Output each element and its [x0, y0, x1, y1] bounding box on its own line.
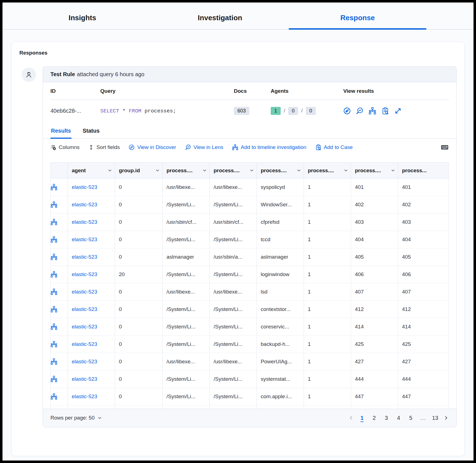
discover-icon[interactable] [343, 107, 351, 115]
chevron-down-icon [250, 168, 254, 173]
grid-cell: com.apple.i... [257, 388, 304, 405]
grid-cell: 425 [398, 336, 449, 353]
page-button-2[interactable]: 2 [369, 414, 379, 422]
results-tab-bar: Results Status [43, 122, 456, 139]
agent-link[interactable]: elastic-523 [72, 236, 97, 242]
grid-cell: 425 [351, 336, 398, 353]
column-header-3[interactable]: process.... [210, 163, 257, 179]
tab-investigation[interactable]: Investigation [151, 2, 289, 29]
view-in-lens-button[interactable]: View in Lens [185, 144, 223, 150]
grid-header-row: agent group.id process.... process.... p… [51, 163, 449, 179]
agent-link[interactable]: elastic-523 [72, 306, 97, 312]
agent-link[interactable]: elastic-523 [72, 359, 97, 364]
tab-insights[interactable]: Insights [14, 2, 151, 29]
grid-cell: aslmanager [163, 248, 210, 266]
column-header-2[interactable]: process.... [163, 163, 210, 179]
agent-link[interactable]: elastic-523 [72, 202, 97, 207]
table-row: elastic-52320/System/Li.../System/Li...l… [51, 266, 449, 283]
analyze-event-icon[interactable] [51, 336, 68, 353]
grid-cell: 0 [115, 231, 163, 248]
agent-link[interactable]: elastic-523 [72, 393, 97, 399]
page-button-5[interactable]: 5 [406, 414, 416, 422]
sql-query: SELECT * FROM processes; [100, 108, 176, 114]
next-page-button[interactable] [442, 415, 450, 420]
analyze-event-icon[interactable] [51, 248, 68, 266]
column-header-4[interactable]: process.... [257, 163, 304, 179]
columns-button[interactable]: Columns [50, 144, 80, 150]
column-header-5[interactable]: process.... [304, 163, 351, 179]
add-to-timeline-button[interactable]: Add to timeline investigation [232, 144, 306, 150]
case-icon[interactable] [382, 107, 389, 115]
grid-cell: elastic-523 [68, 266, 115, 283]
grid-cell: /usr/libexe... [210, 179, 257, 196]
expand-icon[interactable] [394, 107, 402, 115]
grid-cell: elastic-523 [68, 336, 115, 353]
column-header-6[interactable]: process.... [351, 163, 398, 179]
keyboard-shortcuts-button[interactable] [441, 143, 449, 151]
sort-fields-button[interactable]: Sort fields [88, 144, 120, 150]
grid-cell: 0 [115, 248, 163, 266]
grid-cell: 412 [351, 301, 398, 318]
grid-cell: 403 [398, 214, 449, 231]
add-to-case-button[interactable]: Add to Case [315, 144, 353, 150]
chevron-down-icon [344, 168, 348, 173]
rows-per-page-label: Rows per page: 50 [50, 415, 95, 421]
agent-link[interactable]: elastic-523 [72, 341, 97, 347]
col-header-docs: Docs [234, 88, 271, 94]
grid-cell: 1 [304, 301, 351, 318]
grid-cell: elastic-523 [68, 179, 115, 196]
column-header-1[interactable]: group.id [115, 163, 163, 179]
grid-cell: 406 [398, 266, 449, 283]
column-header-0[interactable]: agent [68, 163, 115, 179]
avatar [22, 68, 36, 82]
analyze-event-icon[interactable] [51, 179, 68, 196]
agent-link[interactable]: elastic-523 [72, 376, 97, 382]
grid-cell: /usr/sbin/a... [210, 248, 257, 266]
analyze-event-icon[interactable] [51, 353, 68, 371]
analyze-event-icon[interactable] [51, 266, 68, 283]
comment-action-text: attached query 6 hours ago [77, 71, 145, 77]
grid-cell: 444 [351, 371, 398, 388]
page-button-13[interactable]: 13 [430, 414, 440, 422]
analyze-event-icon[interactable] [51, 388, 68, 405]
column-header-label: process.... [167, 168, 193, 174]
agent-link[interactable]: elastic-523 [72, 184, 97, 190]
tab-status[interactable]: Status [82, 123, 100, 138]
rows-per-page-dropdown[interactable]: Rows per page: 50 [50, 415, 102, 421]
analyze-event-icon[interactable] [51, 318, 68, 336]
grid-cell: /usr/sbin/cf... [163, 214, 210, 231]
comment-thread: Test Ruleattached query 6 hours ago ID Q… [19, 66, 457, 427]
case-icon [315, 144, 321, 150]
analyze-event-icon[interactable] [51, 301, 68, 318]
agent-link[interactable]: elastic-523 [72, 254, 97, 260]
analyze-event-icon[interactable] [51, 231, 68, 248]
grid-cell: WindowSer... [257, 196, 304, 214]
page-button-3[interactable]: 3 [382, 414, 391, 422]
view-results-actions [343, 107, 449, 115]
agent-link[interactable]: elastic-523 [72, 289, 97, 295]
grid-cell: 405 [398, 248, 449, 266]
timeline-icon[interactable] [369, 107, 376, 115]
view-in-discover-button[interactable]: View in Discover [129, 144, 176, 150]
analyze-event-icon[interactable] [51, 371, 68, 388]
tab-response[interactable]: Response [289, 2, 426, 29]
page-button-4[interactable]: 4 [394, 414, 403, 422]
tab-results[interactable]: Results [50, 123, 71, 139]
agent-link[interactable]: elastic-523 [72, 324, 97, 330]
column-header-7[interactable]: process... [398, 163, 449, 179]
analyze-event-icon[interactable] [51, 283, 68, 301]
lens-icon[interactable] [356, 107, 364, 115]
grid-cell: elastic-523 [68, 231, 115, 248]
agent-link[interactable]: elastic-523 [72, 219, 97, 225]
agent-link[interactable]: elastic-523 [72, 271, 97, 277]
sort-fields-label: Sort fields [96, 144, 120, 150]
col-header-id: ID [50, 88, 100, 94]
analyze-event-icon[interactable] [51, 196, 68, 214]
grid-cell: syspolicyd [257, 179, 304, 196]
page-button-1[interactable]: 1 [357, 414, 367, 422]
table-row: elastic-5230aslmanager/usr/sbin/a...aslm… [51, 248, 449, 266]
grid-cell: 0 [115, 301, 163, 318]
previous-page-button[interactable] [347, 415, 355, 420]
analyze-event-icon[interactable] [51, 214, 68, 231]
grid-cell: 405 [351, 248, 398, 266]
